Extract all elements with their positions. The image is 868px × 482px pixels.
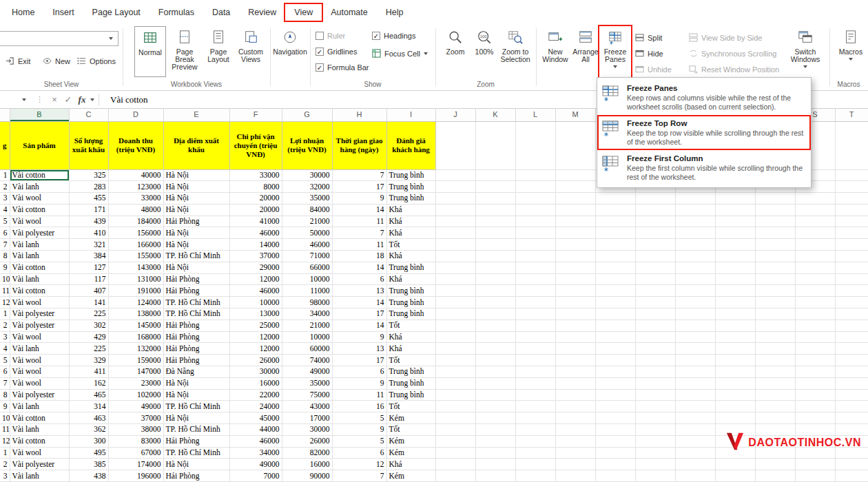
- cell[interactable]: 410: [69, 227, 108, 239]
- empty-cell[interactable]: [795, 331, 835, 343]
- cell[interactable]: Vài lanh: [10, 470, 69, 482]
- cell[interactable]: 329: [69, 355, 108, 366]
- empty-cell[interactable]: [515, 412, 555, 424]
- cell[interactable]: 90000: [282, 470, 332, 482]
- empty-cell[interactable]: [595, 435, 635, 447]
- empty-cell[interactable]: [835, 227, 868, 239]
- cell[interactable]: Khá: [386, 251, 435, 262]
- cell[interactable]: Hải Phòng: [163, 285, 229, 297]
- tab-page-layout[interactable]: Page Layout: [83, 4, 149, 21]
- empty-cell[interactable]: [555, 470, 595, 482]
- cell[interactable]: 174000: [108, 459, 163, 470]
- column-header-J[interactable]: J: [435, 109, 475, 121]
- cell[interactable]: Vài wool: [10, 331, 69, 343]
- cell[interactable]: 40000: [108, 169, 163, 181]
- cell[interactable]: Hà Nội: [163, 227, 229, 239]
- cell[interactable]: Kém: [386, 412, 435, 424]
- cell[interactable]: Khá: [386, 273, 435, 285]
- cell[interactable]: 10: [0, 273, 10, 285]
- cell[interactable]: 302: [69, 319, 108, 331]
- empty-cell[interactable]: [555, 181, 595, 193]
- empty-cell[interactable]: [515, 227, 555, 239]
- empty-cell[interactable]: [555, 424, 595, 436]
- cell[interactable]: Trung bình: [386, 193, 435, 205]
- empty-cell[interactable]: [475, 319, 515, 331]
- cell[interactable]: 495: [69, 447, 108, 459]
- cell[interactable]: 143000: [108, 262, 163, 273]
- column-header-I[interactable]: I: [386, 109, 435, 121]
- cell[interactable]: Trung bình: [386, 169, 435, 181]
- empty-cell[interactable]: [755, 343, 795, 355]
- empty-cell[interactable]: [795, 459, 835, 470]
- formula-bar-checkbox[interactable]: ✓ Formula Bar: [316, 63, 369, 72]
- empty-cell[interactable]: [795, 204, 835, 216]
- cell[interactable]: 429: [69, 331, 108, 343]
- empty-cell[interactable]: [675, 262, 715, 273]
- enter-icon[interactable]: ✓: [61, 94, 75, 105]
- column-header-L[interactable]: L: [515, 109, 555, 121]
- cell[interactable]: Hải Phòng: [163, 331, 229, 343]
- cell[interactable]: Vài lanh: [10, 181, 69, 193]
- empty-cell[interactable]: [475, 366, 515, 378]
- empty-cell[interactable]: [475, 389, 515, 401]
- cell[interactable]: Vài cotton: [10, 204, 69, 216]
- cell[interactable]: 362: [69, 424, 108, 436]
- empty-cell[interactable]: [675, 424, 715, 436]
- empty-cell[interactable]: [515, 216, 555, 227]
- empty-cell[interactable]: [595, 273, 635, 285]
- empty-cell[interactable]: [715, 204, 755, 216]
- empty-cell[interactable]: [755, 273, 795, 285]
- cell[interactable]: Vài wool: [10, 297, 69, 308]
- freeze-panes-button[interactable]: Freeze Panes: [599, 26, 631, 77]
- empty-cell[interactable]: [475, 262, 515, 273]
- empty-cell[interactable]: [515, 297, 555, 308]
- empty-cell[interactable]: [835, 193, 868, 205]
- empty-cell[interactable]: [475, 285, 515, 297]
- empty-cell[interactable]: [715, 297, 755, 308]
- cell[interactable]: Tốt: [386, 355, 435, 366]
- cell[interactable]: Vài lanh: [10, 401, 69, 412]
- empty-cell[interactable]: [515, 121, 555, 169]
- cell[interactable]: 49000: [108, 401, 163, 412]
- cell[interactable]: 38000: [108, 424, 163, 436]
- cell[interactable]: 17: [332, 308, 386, 320]
- empty-cell[interactable]: [715, 319, 755, 331]
- cell[interactable]: Khá: [386, 343, 435, 355]
- empty-cell[interactable]: [755, 355, 795, 366]
- empty-cell[interactable]: [675, 470, 715, 482]
- new-sheet-view-button[interactable]: New: [43, 55, 70, 67]
- header-cell[interactable]: Lợi nhuận (triệu VNĐ): [282, 121, 332, 169]
- cell[interactable]: 33000: [108, 193, 163, 205]
- tab-formulas[interactable]: Formulas: [149, 4, 203, 21]
- cell[interactable]: 11: [0, 424, 10, 436]
- empty-cell[interactable]: [595, 204, 635, 216]
- cell[interactable]: 23000: [108, 377, 163, 389]
- macros-button[interactable]: Macros: [835, 26, 867, 77]
- cell[interactable]: 35000: [282, 377, 332, 389]
- gridlines-checkbox[interactable]: ✓ Gridlines: [316, 48, 357, 56]
- empty-cell[interactable]: [515, 169, 555, 181]
- cell[interactable]: 10000: [229, 297, 282, 308]
- tab-review[interactable]: Review: [239, 4, 285, 21]
- empty-cell[interactable]: [475, 355, 515, 366]
- cell[interactable]: 191000: [108, 285, 163, 297]
- empty-cell[interactable]: [555, 319, 595, 331]
- empty-cell[interactable]: [555, 273, 595, 285]
- empty-cell[interactable]: [715, 401, 755, 412]
- tab-automate[interactable]: Automate: [322, 4, 377, 21]
- empty-cell[interactable]: [435, 319, 475, 331]
- cell[interactable]: Vài polyester: [10, 308, 69, 320]
- empty-cell[interactable]: [835, 121, 868, 169]
- cell[interactable]: 74000: [282, 355, 332, 366]
- cell[interactable]: 20000: [229, 193, 282, 205]
- formula-bar-value[interactable]: Vài cotton: [103, 94, 148, 105]
- cell[interactable]: 82000: [282, 447, 332, 459]
- cell[interactable]: 6: [332, 366, 386, 378]
- empty-cell[interactable]: [755, 412, 795, 424]
- empty-cell[interactable]: [435, 389, 475, 401]
- empty-cell[interactable]: [675, 447, 715, 459]
- cell[interactable]: 385: [69, 459, 108, 470]
- cell[interactable]: Vài wool: [10, 366, 69, 378]
- cell[interactable]: Vài lanh: [10, 424, 69, 436]
- cell[interactable]: 29000: [229, 262, 282, 273]
